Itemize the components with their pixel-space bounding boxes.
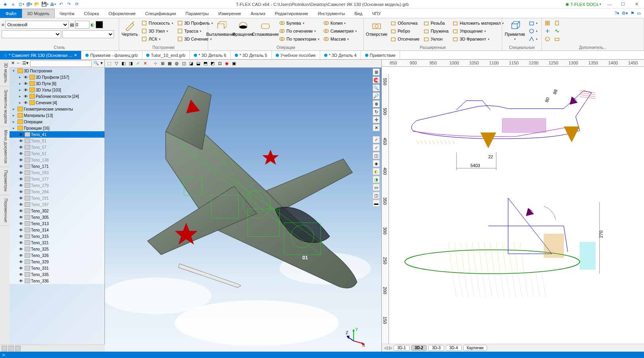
tree-row[interactable]: ▸Проекции [16]: [10, 125, 104, 131]
pf-1[interactable]: [2, 346, 7, 351]
ext-Наложить материал[interactable]: Наложить материал ▾: [451, 19, 505, 27]
rt-sh1[interactable]: ▭: [373, 184, 380, 191]
lineweight-icon[interactable]: ▤: [70, 22, 74, 27]
view-tab-3D-2[interactable]: 3D-2: [411, 345, 427, 351]
vt-sel[interactable]: ⬚: [106, 60, 112, 67]
sidetab-Меню документов[interactable]: Меню документов: [0, 127, 10, 167]
rt-snap[interactable]: ⊞: [373, 68, 380, 76]
tree-row[interactable]: 👁Тело_263: [10, 169, 104, 176]
hole-button[interactable]: Отверстие: [366, 19, 388, 37]
rt-m2[interactable]: ✕: [373, 124, 380, 131]
ext-3D Фрагмент[interactable]: 3D Фрагмент ▾: [451, 35, 505, 43]
doc-tab[interactable]: * 3D Деталь 6: [190, 51, 231, 59]
extra-2[interactable]: [543, 27, 551, 35]
drawing-canvas[interactable]: 550500450400350300250200150 5403: [382, 67, 644, 344]
tree-row[interactable]: 👁Тело_313: [10, 220, 104, 227]
ext-Пружина[interactable]: Пружина: [422, 27, 450, 35]
pf-2[interactable]: [8, 346, 14, 351]
vt-a[interactable]: ◫: [181, 60, 187, 67]
qat-copy-icon[interactable]: 🗐▾: [25, 1, 33, 8]
vt-e[interactable]: ◩: [209, 60, 216, 67]
vt-grid[interactable]: ⊞: [159, 60, 166, 67]
tree-row[interactable]: 👁Тело_326: [10, 252, 104, 259]
close-button[interactable]: ✕: [631, 1, 642, 8]
menu-Вид[interactable]: Вид: [350, 9, 367, 18]
tree-row[interactable]: ▸👁3D Профили [157]: [10, 74, 104, 80]
op-Копия[interactable]: Копия ▾: [322, 19, 358, 27]
draw-Плоскость[interactable]: Плоскость ▾: [140, 19, 174, 27]
rt-rot[interactable]: ↻: [373, 108, 380, 115]
tree-row[interactable]: ▸👁Сечения [4]: [10, 99, 104, 106]
menu-Редактирование[interactable]: Редактирование: [270, 9, 313, 18]
qat-open-icon[interactable]: 📂: [33, 1, 41, 8]
docs-button[interactable]: ◉ T-FLEX DOCs▾: [565, 2, 601, 7]
tree-row[interactable]: 👁Тело_61: [10, 150, 104, 157]
tree-row[interactable]: 👁Тело_41: [10, 131, 104, 138]
vt-h[interactable]: ▣: [231, 60, 237, 67]
op-Выталкивание[interactable]: Выталкивание: [210, 19, 232, 37]
op-По траектории[interactable]: По траектории ▾: [278, 35, 321, 43]
menu-Чертёж[interactable]: Чертёж: [55, 9, 79, 18]
sidetab-Параметры[interactable]: Параметры: [0, 167, 10, 195]
qat-redo-icon[interactable]: ↷: [65, 1, 72, 8]
ext-Упрощение[interactable]: Упрощение ▾: [451, 27, 505, 35]
tree-row[interactable]: 👁Тело_291: [10, 195, 104, 201]
extra-5[interactable]: [553, 27, 561, 35]
rt-pan[interactable]: ⊕: [373, 100, 380, 107]
menu-ЧПУ[interactable]: ЧПУ: [367, 9, 385, 18]
op-Симметрия[interactable]: Симметрия ▾: [322, 27, 358, 35]
vt-shade[interactable]: ◍: [174, 60, 180, 67]
vt-g[interactable]: ◉: [224, 60, 230, 67]
ext-Отсечение[interactable]: Отсечение: [389, 35, 421, 43]
help-icon[interactable]: ?▾: [615, 11, 619, 16]
rt-iso[interactable]: ◈: [373, 160, 380, 167]
menu-Инструменты[interactable]: Инструменты: [313, 9, 350, 18]
op-Массив[interactable]: Массив ▾: [322, 35, 358, 43]
tree-row[interactable]: 👁Тело_57: [10, 144, 104, 150]
view-tab-3D-4[interactable]: 3D-4: [446, 345, 462, 351]
tree-row[interactable]: 👁Тело_321: [10, 239, 104, 246]
tree-row[interactable]: 👁Тело_331: [10, 265, 104, 271]
doc-tab[interactable]: Приветствие: [361, 51, 400, 59]
qat-save-icon[interactable]: 💾▾: [41, 1, 48, 8]
doc-tab[interactable]: Примитив - фланец.grb: [81, 51, 142, 59]
draw-3D Узел[interactable]: 3D Узел ▾: [140, 27, 174, 35]
rt-magnet[interactable]: 🧲: [373, 76, 380, 84]
primitive-button[interactable]: Примитив▾: [504, 19, 526, 42]
doc-tab[interactable]: Учебное пособие: [272, 51, 320, 59]
view-tab-3D-3[interactable]: 3D-3: [428, 345, 444, 351]
tree-row[interactable]: 👁Тело_314: [10, 227, 104, 233]
vt-wire[interactable]: ▦: [166, 60, 173, 67]
maximize-button[interactable]: ☐: [618, 1, 628, 8]
op-Вращение[interactable]: Вращение: [232, 19, 254, 37]
sidetab-3D модель[interactable]: 3D модель: [0, 60, 10, 86]
menu-Сборка[interactable]: Сборка: [79, 9, 104, 18]
tree-row[interactable]: 👁Тело_284: [10, 189, 104, 195]
model-tree[interactable]: ▾3D Построения▸👁3D Профили [157]▸👁3D Пут…: [10, 68, 104, 352]
op-Булева[interactable]: Булева ▾: [278, 19, 321, 27]
color-swatch[interactable]: [96, 21, 103, 28]
sidetab-Элементы модели[interactable]: Элементы модели: [0, 86, 10, 127]
weight-spinner[interactable]: [75, 21, 89, 29]
view-tab-nav-right[interactable]: ▷: [389, 345, 392, 350]
sidetab-Переменные[interactable]: Переменные: [0, 195, 10, 226]
qat-menu-icon[interactable]: ≡: [10, 1, 17, 8]
menu-Оформление[interactable]: Оформление: [104, 9, 140, 18]
rt-m1[interactable]: ✛: [373, 116, 380, 123]
viewport-3d[interactable]: ⬚▽ ◧◨ ✓✕ ⊹⊞ ▦◍ ◫◪ ⬓⬒ ◩⊡ ◉▣ ⊞🧲 🔍🔎 ⊕↻ ✛✕ ✓…: [105, 60, 382, 352]
extra-6[interactable]: [553, 35, 561, 43]
tree-row[interactable]: ▸Операции: [10, 119, 104, 125]
tree-row[interactable]: 👁Тело_138: [10, 157, 104, 163]
ext-Оболочка[interactable]: Оболочка: [389, 19, 421, 27]
rt-c2[interactable]: ✓: [373, 144, 380, 151]
menu-3D Модель[interactable]: 3D Модель: [22, 9, 55, 18]
view-tab-nav-left[interactable]: ◁: [384, 345, 387, 350]
vt-f[interactable]: ⊡: [217, 60, 223, 67]
tree-mode-icon[interactable]: ☰▾: [22, 60, 29, 67]
app-icon[interactable]: ◈: [2, 1, 9, 8]
tree-row[interactable]: ▸👁3D Узлы [103]: [10, 87, 104, 93]
tree-back-icon[interactable]: ←: [16, 60, 21, 67]
vt-ok[interactable]: ✓: [135, 60, 141, 67]
vt-cancel[interactable]: ✕: [142, 60, 148, 67]
rt-sh3[interactable]: ▬: [373, 200, 380, 207]
